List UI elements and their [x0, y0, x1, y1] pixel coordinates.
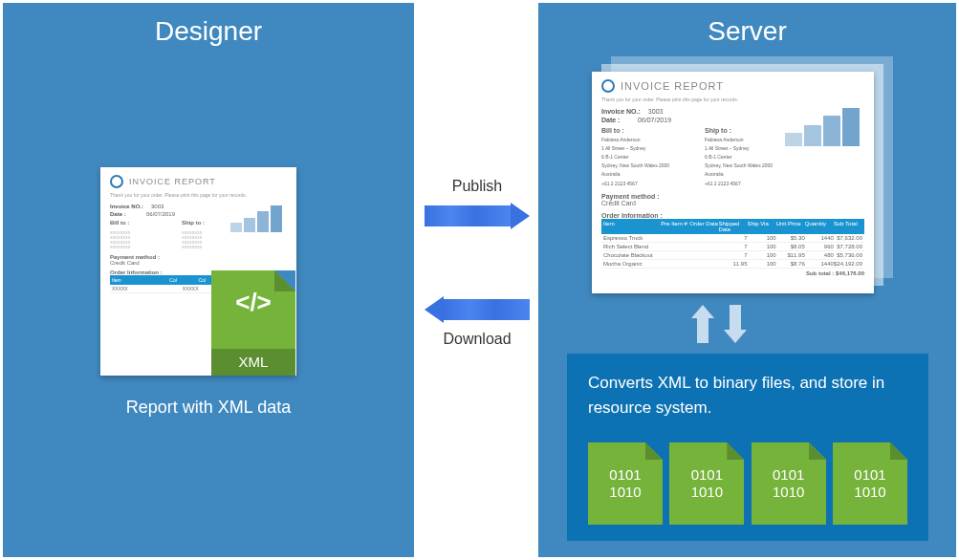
table-row: Espresso Truck7100$5.301440$7,632.00 [601, 234, 864, 243]
table-row: Mocha Organic11.95100$8.761440$24,192.00 [601, 260, 864, 269]
invoice-logo-icon [601, 79, 615, 93]
binary-file-icon: 0101 1010 [752, 442, 826, 525]
xml-file-icon: </> XML [211, 270, 295, 376]
code-icon: </> [235, 288, 272, 317]
table-row: Rich Select Blend7100$8.05960$7,728.00 [601, 243, 864, 251]
arrow-area: Publish Download [417, 178, 537, 348]
binary-file-icon: 0101 1010 [833, 442, 907, 525]
binary-file-icon: 0101 1010 [588, 442, 663, 525]
invoice-bar-chart [230, 204, 282, 232]
designer-caption: Report with XML data [3, 398, 414, 418]
designer-panel: Designer INVOICE REPORT Thank you for yo… [3, 3, 414, 557]
binary-file-icon: 0101 1010 [669, 442, 744, 525]
binary-box-text: Converts XML to binary files, and store … [588, 371, 907, 420]
invoice-bar-chart [785, 108, 860, 146]
publish-arrow-icon [425, 203, 530, 229]
download-label: Download [417, 331, 537, 348]
table-row: Chocolate Blackout7100$11.95480$5,736.00 [601, 251, 864, 260]
invoice-subtitle: Thank you for your order. Please print t… [601, 97, 864, 102]
server-panel: Server INVOICE REPORT Thank you for your… [538, 3, 956, 557]
invoice-content: INVOICE REPORT Thank you for your order.… [592, 72, 874, 284]
binary-storage-box: Converts XML to binary files, and store … [567, 354, 928, 541]
binary-files-row: 0101 1010 0101 1010 0101 1010 0101 1010 [588, 442, 907, 525]
server-title: Server [538, 16, 956, 47]
invoice-table-header: ItemPre Item #Order DateShipped DateShip… [601, 219, 864, 234]
arrow-down-icon [724, 305, 747, 343]
invoice-subtitle: Thank you for your order. Please print t… [110, 192, 287, 198]
arrow-up-icon [691, 305, 714, 343]
download-arrow-icon [425, 296, 530, 323]
designer-title: Designer [3, 16, 414, 47]
xml-label: XML [211, 349, 295, 376]
sync-arrows [691, 305, 747, 343]
publish-label: Publish [417, 178, 537, 195]
server-report-preview: INVOICE REPORT Thank you for your order.… [592, 72, 874, 293]
invoice-logo-icon [110, 175, 123, 188]
invoice-title: INVOICE REPORT [129, 177, 216, 186]
invoice-title: INVOICE REPORT [621, 80, 724, 92]
